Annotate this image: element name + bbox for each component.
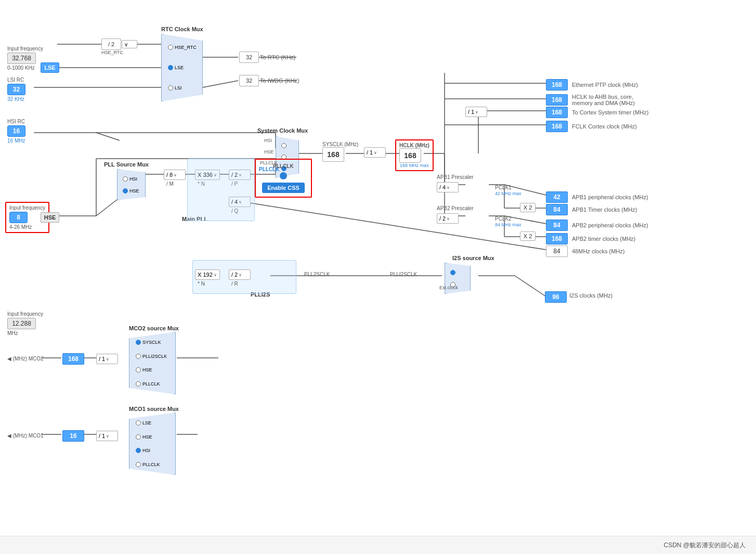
hsi-rc-section: HSI RC 16 16 MHz: [7, 119, 25, 144]
system-clock-mux-title: System Clock Mux: [257, 127, 308, 134]
pll-m-label: / M: [166, 181, 174, 187]
hclk-value: 168: [399, 148, 421, 163]
ext-input-label: Input frequency: [7, 311, 43, 317]
hse-input-label: Input frequency: [9, 205, 45, 211]
mco1-out-value: 16: [62, 430, 84, 442]
hsi-mhz-label: 16 MHz: [7, 138, 25, 144]
apb1-prescaler-dropdown[interactable]: / 4 ∨: [437, 182, 459, 192]
mco2-div-dropdown[interactable]: / 1 ∨: [96, 354, 118, 364]
hse-range-label: 4-26 MHz: [9, 224, 45, 230]
apb2-periph-value: 84: [546, 220, 568, 231]
mco1-hsi-radio[interactable]: [136, 448, 141, 453]
hclk-max-label: 168 MHz max: [399, 163, 429, 168]
hse-rtc-dropdown[interactable]: ∨: [122, 40, 137, 48]
apb2-periph-row: 84 APB2 peripheral clocks (MHz): [546, 220, 648, 231]
lse-block-label: LSE: [41, 62, 59, 73]
sysclk-hsi-radio[interactable]: [281, 143, 286, 148]
pclk2-label: PCLK2: [495, 216, 512, 222]
lsi-rc-label: LSI RC 32 32 KHz: [7, 77, 25, 102]
cortex-timer-div[interactable]: / 1 ∨: [465, 107, 487, 117]
mco1-source-mux-title: MCO1 source Mux: [129, 406, 179, 412]
pllclk-css-section: PLLCLK Enable CSS: [255, 159, 312, 198]
48mhz-label: 48MHz clocks (MHz): [572, 248, 624, 254]
fclk-row: 168 FCLK Cortex clock (MHz): [546, 121, 637, 132]
i2s-out-value: 96: [545, 291, 567, 303]
apb1-periph-value: 42: [546, 191, 568, 203]
pll-hsi-radio[interactable]: [123, 176, 128, 182]
sysclk-value: 168: [322, 147, 344, 162]
enable-css-button[interactable]: Enable CSS: [262, 183, 305, 193]
mco1-hse-radio[interactable]: [136, 434, 141, 440]
mco2-plli2s-radio[interactable]: [136, 354, 141, 359]
mco1-pllclk-radio[interactable]: [136, 462, 141, 467]
lse-freq-value[interactable]: 32.768: [7, 53, 36, 64]
rtc-lse-radio[interactable]: [168, 65, 173, 70]
cortex-timer-value: 168: [546, 107, 568, 118]
plli2s-r-div[interactable]: / 2 ∨: [229, 269, 251, 280]
ethernet-ptp-row: 168 Ethernet PTP clock (MHz): [546, 79, 638, 91]
pll-source-mux-title: PLL Source Mux: [104, 161, 149, 168]
pclk1-label: PCLK1: [495, 185, 512, 190]
apb2-timer-label: APB2 timer clocks (MHz): [572, 236, 635, 242]
connection-lines: [0, 0, 756, 536]
iwdg-out-label: To IWDG (KHz): [260, 75, 299, 86]
svg-line-9: [96, 133, 120, 140]
sysclk-hsi-label: HSI: [264, 138, 272, 143]
mco1-div-dropdown[interactable]: / 1 ∨: [96, 431, 118, 441]
apb1-prescaler-section: APB1 Prescaler / 4 ∨: [437, 174, 474, 180]
plli2sclk-label: PLLI2SCLK: [390, 272, 417, 277]
pll-source-mux[interactable]: HSI HSE: [117, 169, 146, 200]
hclk-ahb-row: 168 HCLK to AHB bus, core, memory and DM…: [546, 94, 655, 106]
pclk2-max-label: 84 MHz max: [495, 222, 522, 227]
rtc-hse-radio[interactable]: [168, 45, 173, 50]
diagram-container: Input frequency 32.768 0-1000 KHz LSE LS…: [0, 0, 756, 536]
rtc-out-label: To RTC (KHz): [260, 51, 295, 63]
fclk-value: 168: [546, 121, 568, 132]
apb2-timer-row: 168 APB2 timer clocks (MHz): [546, 233, 635, 244]
mco2-pllclk-radio[interactable]: [136, 381, 141, 386]
plli2s-n-label: * N: [198, 281, 205, 287]
hse-freq-value[interactable]: 8: [9, 212, 28, 223]
apb2-prescaler-dropdown[interactable]: / 2 ∨: [437, 213, 459, 224]
lse-unit-label: 0-1000 KHz: [7, 65, 43, 71]
lse-input-label: Input frequency 32.768 0-1000 KHz: [7, 46, 43, 71]
mco2-source-mux[interactable]: SYSCLK PLLI2SCLK HSE PLLCLK: [129, 332, 176, 394]
ext-freq-value[interactable]: 12.288: [7, 318, 36, 329]
48mhz-row: 84 48MHz clocks (MHz): [546, 246, 624, 257]
hse-div2: / 2 HSE_RTC: [101, 38, 123, 55]
mco1-lse-radio[interactable]: [136, 420, 141, 426]
mco2-out-value: 168: [62, 353, 84, 365]
i2s-ext-clock-label: Ext.clock: [439, 285, 458, 290]
hclk-label: HCLK (MHz): [399, 143, 429, 148]
mco1-source-mux[interactable]: LSE HSE HSI PLLCLK: [129, 413, 176, 475]
iwdg-out-value: 32: [239, 75, 259, 86]
pll-m-div[interactable]: / 8 ∨: [164, 170, 186, 180]
main-pll-background: [187, 159, 255, 221]
pll-hse-radio[interactable]: [123, 188, 128, 194]
ext-unit-label: MHz: [7, 330, 43, 336]
sysclk-label: SYSCLK (MHz): [322, 141, 358, 147]
apb2-prescaler-section: APB2 Prescaler / 2 ∨: [437, 205, 474, 211]
mco2-sysclk-radio[interactable]: [136, 340, 141, 345]
mco2-hse-radio[interactable]: [136, 367, 141, 372]
hse-block: HSE: [41, 212, 59, 223]
plli2s-n-mul[interactable]: X 192 ∨: [195, 269, 220, 280]
ahb-prescaler[interactable]: / 1 ∨: [364, 147, 386, 158]
footer-text: CSDN @貌若潘安的甜心超人: [663, 541, 746, 550]
pll2sclk-label: PLL2SCLK: [304, 272, 330, 277]
apb1-timer-value: 84: [546, 204, 568, 215]
rtc-lsi-radio[interactable]: [168, 85, 173, 91]
ethernet-ptp-value: 168: [546, 79, 568, 91]
i2s-source-mux-title: I2S source Mux: [452, 255, 494, 261]
apb1-timer-row: 84 APB1 Timer clocks (MHz): [546, 204, 637, 215]
fclk-label: FCLK Cortex clock (MHz): [572, 123, 637, 130]
rtc-clock-mux-title: RTC Clock Mux: [161, 26, 203, 32]
i2s-plli2s-radio[interactable]: [450, 270, 455, 275]
ethernet-ptp-label: Ethernet PTP clock (MHz): [572, 82, 638, 88]
svg-line-6: [203, 81, 238, 87]
rtc-clock-mux[interactable]: HSE_RTC LSE LSI: [161, 34, 203, 101]
pclk1-max-label: 42 MHz max: [495, 191, 522, 196]
lsi-khz-label: 32 KHz: [7, 96, 25, 102]
cortex-timer-row: 168 To Cortex System timer (MHz): [546, 107, 648, 118]
footer: CSDN @貌若潘安的甜心超人: [0, 536, 756, 554]
